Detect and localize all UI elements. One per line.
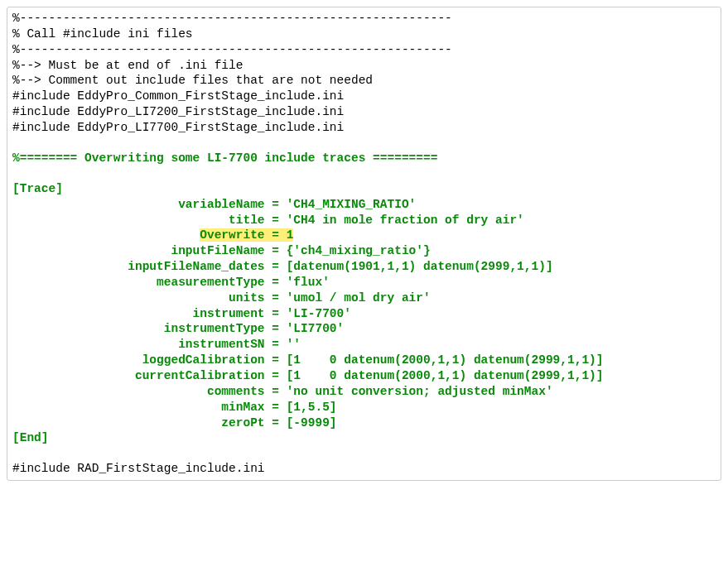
trace-property: title = 'CH4 in mole fraction of dry air…	[12, 213, 716, 228]
code-line: %--> Must be at end of .ini file	[12, 58, 716, 74]
trace-property: inputFileName = {'ch4_mixing_ratio'}	[12, 243, 716, 259]
blank-line	[12, 136, 716, 151]
trace-property: units = 'umol / mol dry air'	[12, 290, 716, 306]
trace-open: [Trace]	[12, 181, 716, 197]
code-line: %---------------------------------------…	[12, 11, 716, 26]
trace-property: variableName = 'CH4_MIXING_RATIO'	[12, 197, 716, 213]
trace-property: minMax = [1,5.5]	[12, 400, 716, 415]
trace-close: [End]	[12, 430, 716, 446]
trace-property: Overwrite = 1	[12, 228, 716, 243]
code-line: #include RAD_FirstStage_include.ini	[12, 461, 716, 477]
code-line: %--> Comment out include files that are …	[12, 73, 716, 89]
code-block: %---------------------------------------…	[7, 7, 721, 481]
trace-property: instrument = 'LI-7700'	[12, 306, 716, 322]
trace-property: currentCalibration = [1 0 datenum(2000,1…	[12, 368, 716, 384]
code-line: %---------------------------------------…	[12, 42, 716, 58]
blank-line	[12, 446, 716, 461]
code-line: #include EddyPro_LI7200_FirstStage_inclu…	[12, 104, 716, 120]
trace-property: loggedCalibration = [1 0 datenum(2000,1,…	[12, 353, 716, 368]
code-line: #include EddyPro_Common_FirstStage_inclu…	[12, 89, 716, 104]
overwrite-highlight: Overwrite = 1	[200, 228, 293, 242]
trace-property: comments = 'no unit conversion; adjusted…	[12, 384, 716, 400]
code-line: % Call #include ini files	[12, 26, 716, 42]
blank-line	[12, 166, 716, 181]
trace-property: zeroPt = [-9999]	[12, 415, 716, 431]
trace-property: instrumentSN = ''	[12, 337, 716, 353]
trace-property: inputFileName_dates = [datenum(1901,1,1)…	[12, 259, 716, 275]
trace-property: instrumentType = 'LI7700'	[12, 321, 716, 337]
section-header: %======== Overwriting some LI-7700 inclu…	[12, 151, 716, 166]
code-line: #include EddyPro_LI7700_FirstStage_inclu…	[12, 120, 716, 136]
trace-property: measurementType = 'flux'	[12, 275, 716, 290]
